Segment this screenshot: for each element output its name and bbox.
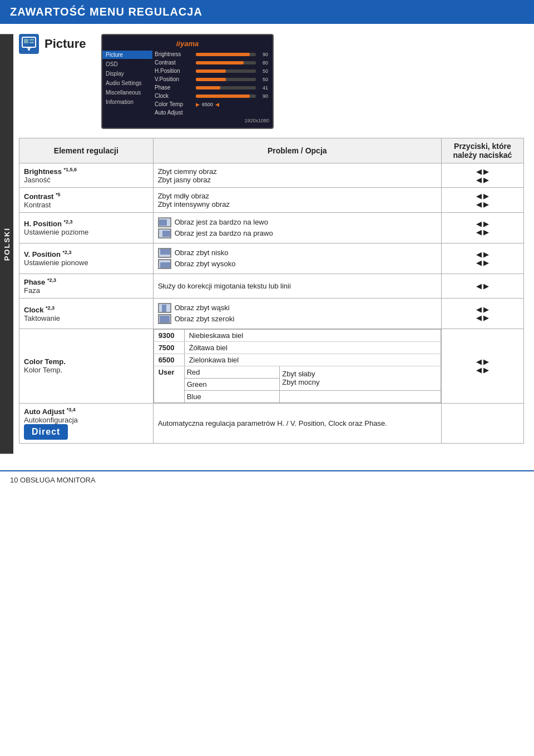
element-phase: Phase *2,3 Faza (19, 273, 154, 298)
main-table: Element regulacji Problem / Opcja Przyci… (19, 138, 524, 444)
table-row: Color Temp. Kolor Temp. 9300 Niebieskawa… (19, 329, 524, 403)
buttons-autoadjust (441, 403, 523, 443)
table-row: Contrast *5 Kontrast Zbyt mdły obraz Zby… (19, 188, 524, 212)
problem-phase: Służy do korekcji migotania tekstu lub l… (153, 273, 441, 298)
table-row: H. Position *2,3 Ustawienie poziome Obra… (19, 212, 524, 243)
buttons-clock: ◀ ▶ ◀ ▶ (441, 298, 523, 329)
page-footer: 10 OBSŁUGA MONITORA (0, 470, 534, 489)
element-colortemp: Color Temp. Kolor Temp. (19, 329, 154, 403)
element-hposition: H. Position *2,3 Ustawienie poziome (19, 212, 154, 243)
page-header: ZAWARTOŚĆ MENU REGULACJA (0, 0, 534, 24)
col-header-problem: Problem / Opcja (153, 138, 441, 163)
element-autoadjust: Auto Adjust *3,4 Autokonfiguracja Direct (19, 403, 154, 443)
picture-label: Picture (19, 34, 91, 54)
footer-text: 10 OBSŁUGA MONITORA (10, 476, 96, 484)
picture-section: Picture iiyama Picture OSD Display Audio… (19, 34, 524, 129)
buttons-phase: ◀ ▶ (441, 273, 523, 298)
svg-rect-2 (29, 39, 34, 41)
problem-clock: Obraz zbyt wąski Obraz zbyt szeroki (153, 298, 441, 329)
osd-resolution: 1920x1080 (102, 117, 273, 123)
col-header-element: Element regulacji (19, 138, 154, 163)
table-row: Brightness *1,5,6 Jasność Zbyt ciemny ob… (19, 163, 524, 188)
svg-rect-1 (24, 39, 28, 43)
col-header-buttons: Przyciski, które należy naciskać (441, 138, 523, 163)
svg-point-4 (28, 48, 30, 51)
sidebar-polish: POLSKI (0, 34, 13, 454)
element-brightness: Brightness *1,5,6 Jasność (19, 163, 154, 188)
buttons-hposition: ◀ ▶ ◀ ▶ (441, 212, 523, 243)
svg-rect-3 (29, 42, 34, 43)
buttons-contrast: ◀ ▶ ◀ ▶ (441, 188, 523, 212)
problem-contrast: Zbyt mdły obraz Zbyt intensywny obraz (153, 188, 441, 212)
element-vposition: V. Position *2,3 Ustawienie pionowe (19, 243, 154, 273)
osd-screenshot: iiyama Picture OSD Display Audio Setting… (101, 34, 274, 129)
table-row: Phase *2,3 Faza Służy do korekcji migota… (19, 273, 524, 298)
buttons-colortemp: ◀ ▶ ◀ ▶ (441, 329, 523, 403)
page-title: ZAWARTOŚĆ MENU REGULACJA (10, 6, 524, 18)
element-clock: Clock *2,3 Taktowanie (19, 298, 154, 329)
table-row: Auto Adjust *3,4 Autokonfiguracja Direct… (19, 403, 524, 443)
problem-vposition: Obraz zbyt nisko Obraz zbyt wysoko (153, 243, 441, 273)
buttons-vposition: ◀ ▶ ◀ ▶ (441, 243, 523, 273)
table-row: V. Position *2,3 Ustawienie pionowe Obra… (19, 243, 524, 273)
svg-rect-5 (27, 47, 31, 48)
direct-badge: Direct (24, 424, 68, 440)
problem-hposition: Obraz jest za bardzo na lewo Obraz jest … (153, 212, 441, 243)
table-row: Clock *2,3 Taktowanie Obraz zbyt wąski (19, 298, 524, 329)
problem-autoadjust: Automatyczna regulacja parametrów H. / V… (153, 403, 441, 443)
problem-colortemp: 9300 Niebieskawa biel 7500 Żółtawa biel … (153, 329, 441, 403)
picture-icon (19, 34, 39, 54)
element-contrast: Contrast *5 Kontrast (19, 188, 154, 212)
buttons-brightness: ◀ ▶ ◀ ▶ (441, 163, 523, 188)
problem-brightness: Zbyt ciemny obraz Zbyt jasny obraz (153, 163, 441, 188)
